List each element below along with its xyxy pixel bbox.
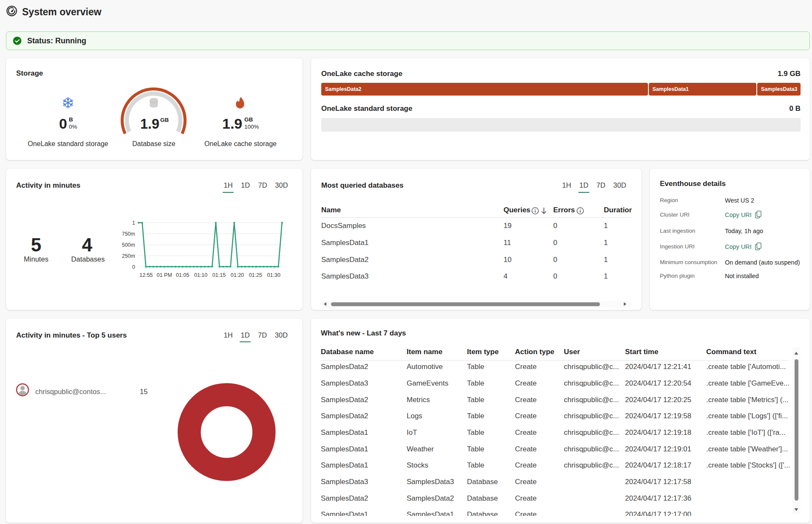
svg-text:12:55: 12:55 [139,272,153,278]
svg-text:250m: 250m [122,253,135,259]
svg-text:01:20: 01:20 [231,272,244,278]
svg-text:500m: 500m [122,242,135,248]
svg-text:01:10: 01:10 [194,272,207,278]
svg-text:01:15: 01:15 [212,272,226,278]
svg-text:01 PM: 01 PM [157,272,172,278]
svg-text:750m: 750m [122,231,135,237]
svg-text:01:25: 01:25 [249,272,262,278]
svg-text:01:30: 01:30 [267,272,280,278]
svg-text:0: 0 [132,264,135,270]
svg-text:01:05: 01:05 [176,272,189,278]
svg-text:1: 1 [132,220,135,226]
